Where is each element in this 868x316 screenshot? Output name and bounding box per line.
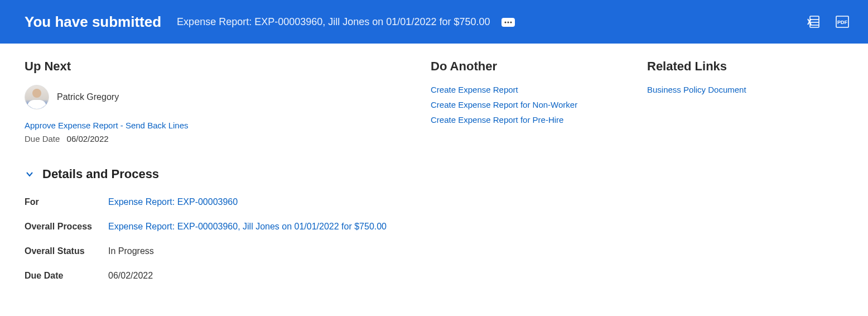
overall-status-value: In Progress bbox=[108, 246, 843, 256]
export-pdf-button[interactable]: PDF bbox=[835, 14, 850, 30]
up-next-due-value: 06/02/2022 bbox=[67, 134, 109, 143]
approve-task-link[interactable]: Approve Expense Report - Send Back Lines bbox=[25, 121, 189, 130]
create-expense-report-pre-hire-link[interactable]: Create Expense Report for Pre-Hire bbox=[431, 115, 643, 125]
svg-point-1 bbox=[507, 22, 509, 23]
related-links-list: Business Policy Document bbox=[647, 85, 843, 94]
header-actions: PDF bbox=[806, 0, 850, 44]
related-links-column: Related Links Business Policy Document bbox=[647, 59, 843, 143]
svg-point-0 bbox=[504, 22, 506, 23]
do-another-heading: Do Another bbox=[431, 59, 643, 74]
kebab-horizontal-icon bbox=[504, 21, 512, 24]
up-next-person: Patrick Gregory bbox=[25, 85, 426, 109]
create-expense-report-link[interactable]: Create Expense Report bbox=[431, 85, 643, 94]
page-subtitle: Expense Report: EXP-00003960, Jill Jones… bbox=[177, 16, 490, 27]
create-expense-report-non-worker-link[interactable]: Create Expense Report for Non-Worker bbox=[431, 100, 643, 109]
avatar[interactable] bbox=[25, 85, 49, 109]
confirmation-header: You have submitted Expense Report: EXP-0… bbox=[0, 0, 868, 44]
pdf-icon: PDF bbox=[835, 15, 850, 29]
for-label: For bbox=[25, 197, 108, 207]
do-another-column: Do Another Create Expense Report Create … bbox=[431, 59, 643, 143]
more-actions-button[interactable] bbox=[501, 18, 515, 27]
up-next-due-label: Due Date bbox=[25, 134, 60, 143]
chevron-down-icon bbox=[25, 169, 35, 179]
for-value-link[interactable]: Expense Report: EXP-00003960 bbox=[108, 197, 843, 207]
svg-rect-3 bbox=[810, 16, 819, 27]
excel-icon bbox=[806, 15, 821, 29]
details-header-toggle[interactable]: Details and Process bbox=[25, 167, 843, 181]
do-another-links: Create Expense Report Create Expense Rep… bbox=[431, 85, 643, 125]
up-next-heading: Up Next bbox=[25, 59, 426, 74]
overall-status-label: Overall Status bbox=[25, 246, 108, 256]
page-title: You have submitted bbox=[25, 13, 161, 31]
svg-point-2 bbox=[510, 22, 512, 23]
details-grid: For Expense Report: EXP-00003960 Overall… bbox=[25, 197, 843, 281]
details-due-date-label: Due Date bbox=[25, 271, 108, 281]
columns: Up Next Patrick Gregory Approve Expense … bbox=[25, 59, 843, 143]
details-due-date-value: 06/02/2022 bbox=[108, 271, 843, 281]
details-heading: Details and Process bbox=[42, 167, 159, 181]
content-area: Up Next Patrick Gregory Approve Expense … bbox=[0, 44, 868, 296]
overall-process-label: Overall Process bbox=[25, 222, 108, 232]
approver-name: Patrick Gregory bbox=[57, 92, 119, 102]
up-next-column: Up Next Patrick Gregory Approve Expense … bbox=[25, 59, 426, 143]
export-excel-button[interactable] bbox=[806, 14, 821, 30]
header-subtitle-wrap: Expense Report: EXP-00003960, Jill Jones… bbox=[177, 16, 515, 28]
svg-text:PDF: PDF bbox=[837, 20, 848, 25]
related-links-heading: Related Links bbox=[647, 59, 843, 74]
details-section: Details and Process For Expense Report: … bbox=[25, 167, 843, 281]
business-policy-document-link[interactable]: Business Policy Document bbox=[647, 85, 843, 94]
overall-process-value-link[interactable]: Expense Report: EXP-00003960, Jill Jones… bbox=[108, 222, 843, 232]
up-next-due-row: Due Date 06/02/2022 bbox=[25, 134, 426, 143]
